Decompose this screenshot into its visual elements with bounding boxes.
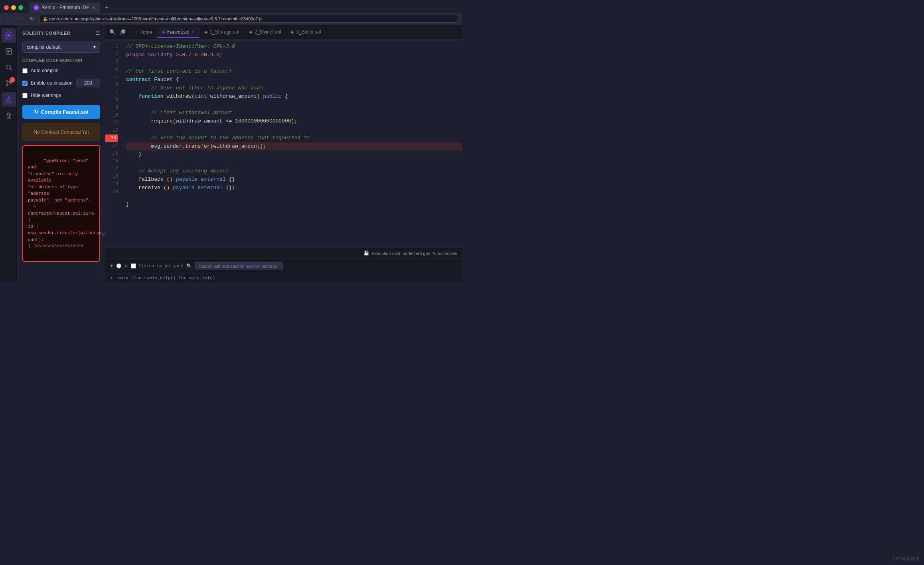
enable-optimization-row: Enable optimization [22, 80, 73, 86]
tab-close-button[interactable]: ✕ [92, 5, 95, 10]
zoom-in-icon[interactable]: 🔎 [118, 28, 126, 36]
svg-point-12 [8, 100, 9, 101]
auto-compile-label: Auto compile [31, 68, 58, 73]
terminal-toggle-icon[interactable]: ▼ [110, 263, 113, 269]
code-line-9: // Limit withdrawal amount [126, 109, 462, 117]
icon-sidebar: 1 [0, 25, 18, 282]
compile-icon: ↻ [34, 109, 38, 115]
sidebar-item-git[interactable]: 1 [2, 76, 16, 91]
code-line-12: // Send the amount to the address that r… [126, 134, 462, 142]
sidebar-item-file-explorer[interactable] [2, 44, 16, 59]
code-line-15 [126, 159, 462, 167]
active-browser-tab[interactable]: R Remix - Ethereum IDE ✕ [29, 2, 100, 13]
compile-btn-label: Compile Faucet.sol [41, 109, 88, 115]
ln-4: 4 [105, 66, 118, 73]
optimization-runs-input[interactable] [76, 79, 100, 87]
browser-chrome: R Remix - Ethereum IDE ✕ + ← → ↻ 🔒 remix… [0, 0, 462, 25]
ln-11: 11 [105, 119, 118, 127]
config-section-label: COMPILER CONFIGURATION [22, 58, 100, 63]
sidebar-item-search[interactable] [2, 60, 16, 75]
code-line-1: // SPDX-License-Identifier: GPL-3.0 [126, 43, 462, 51]
tab-home[interactable]: ⌂ Home [130, 27, 157, 38]
auto-compile-row: Auto compile [22, 68, 100, 73]
hide-warnings-label: Hide warnings [31, 93, 61, 98]
listen-network-label: listen to network [138, 264, 183, 269]
svg-line-7 [10, 69, 12, 70]
sidebar-item-remix-logo[interactable] [2, 28, 16, 43]
code-editor[interactable]: // SPDX-License-Identifier: GPL-3.0 prag… [123, 40, 462, 247]
back-button[interactable]: ← [4, 15, 13, 23]
address-bar: ← → ↻ 🔒 remix.ethereum.org/#optimize=tru… [0, 13, 462, 25]
editor-tabs: 🔍 🔎 ⌂ Home ◈ Faucet.sol ✕ ◈ 1_Storage.so… [105, 25, 462, 40]
editor-area: 🔍 🔎 ⌂ Home ◈ Faucet.sol ✕ ◈ 1_Storage.so… [105, 25, 462, 282]
enable-optimization-label: Enable optimization [31, 80, 73, 86]
tab-storage-icon: ◈ [204, 29, 208, 35]
code-line-11 [126, 126, 462, 134]
tab-3-ballot[interactable]: ◈ 3_Ballot.sol [286, 27, 326, 38]
code-line-10: require(withdraw_amount <= 1000000000000… [126, 117, 462, 126]
ln-13: 13 [105, 134, 118, 142]
tab-ballot-label: 3_Ballot.sol [296, 29, 321, 35]
address-input[interactable]: 🔒 remix.ethereum.org/#optimize=true&runs… [39, 15, 458, 23]
ln-12: 12 [105, 127, 118, 134]
hide-warnings-checkbox[interactable] [22, 93, 28, 98]
listen-network-checkbox[interactable] [131, 263, 136, 269]
compiler-version-select[interactable]: compiler default ▾ [22, 41, 100, 53]
transaction-search-input[interactable] [195, 262, 283, 270]
code-line-6: // Give out ether to anyone who asks [126, 84, 462, 93]
status-bar: 💾 Execution cost: undefined gas Function… [105, 247, 462, 259]
code-line-20: } [126, 200, 462, 209]
enable-optimization-checkbox[interactable] [22, 81, 28, 86]
terminal-area: ▼ 🕐 0 listen to network 🔍 [105, 259, 462, 273]
sidebar-item-deploy[interactable] [2, 108, 16, 122]
home-label: Home [139, 30, 152, 35]
ln-7: 7 [105, 89, 118, 96]
forward-button[interactable]: → [16, 15, 25, 23]
terminal-clock-icon: 🕐 [116, 263, 122, 269]
traffic-lights [4, 5, 23, 10]
zoom-out-icon[interactable]: 🔍 [109, 28, 116, 36]
line-numbers: 1 2 3 4 5 6 7 8 9 10 11 12 13 14 15 16 1… [105, 40, 123, 247]
panel-menu-icon[interactable]: ☰ [95, 30, 100, 36]
code-line-17: fallback () payable external {} [126, 176, 462, 184]
tab-faucet-label: Faucet.sol [167, 29, 189, 35]
hide-warnings-row: Hide warnings [22, 93, 100, 98]
ln-5: 5 [105, 73, 118, 81]
tab-2-owner[interactable]: ◈ 2_Owner.sol [244, 27, 286, 38]
ln-15: 15 [105, 150, 118, 158]
tab-1-storage[interactable]: ◈ 1_Storage.sol [199, 27, 244, 38]
code-line-4: // Our first contract is a faucet! [126, 67, 462, 76]
maximize-window-button[interactable] [18, 5, 23, 10]
ln-14: 14 [105, 142, 118, 150]
panel-header: SOLIDITY COMPILER ☰ [22, 30, 100, 36]
tab-faucet-sol[interactable]: ◈ Faucet.sol ✕ [157, 27, 199, 38]
execution-cost-icon: 💾 [363, 251, 369, 256]
code-line-14: } [126, 150, 462, 159]
terminal-count: 0 [125, 264, 128, 269]
reload-button[interactable]: ↻ [28, 15, 36, 23]
log-item: • remix (run remix.help() for more info) [110, 275, 457, 281]
address-url: remix.ethereum.org/#optimize=true&runs=2… [49, 16, 263, 21]
auto-compile-checkbox[interactable] [22, 68, 28, 73]
ln-18: 18 [105, 173, 118, 180]
terminal-search-icon[interactable]: 🔍 [186, 263, 192, 269]
execution-cost-label: Execution cost: undefined gas [371, 251, 430, 256]
tab-title: Remix - Ethereum IDE [41, 5, 89, 10]
code-line-2: pragma solidity >=0.7.0 <0.9.0; [126, 51, 462, 59]
ln-1: 1 [105, 43, 118, 50]
close-window-button[interactable] [4, 5, 9, 10]
tab-favicon: R [34, 5, 39, 10]
compile-button[interactable]: ↻ Compile Faucet.sol [22, 105, 100, 119]
log-dot: • [110, 276, 113, 281]
panel-title: SOLIDITY COMPILER [22, 31, 70, 36]
new-tab-button[interactable]: + [102, 3, 112, 12]
tab-faucet-close[interactable]: ✕ [192, 30, 195, 34]
error-text: TypeError: "send" and "transfer" are onl… [28, 158, 105, 249]
ln-20: 20 [105, 188, 118, 196]
ln-2: 2 [105, 50, 118, 58]
sidebar-item-compiler[interactable] [2, 92, 16, 107]
minimize-window-button[interactable] [11, 5, 16, 10]
terminal-left: ▼ 🕐 0 listen to network 🔍 [110, 262, 283, 270]
code-line-19 [126, 192, 462, 200]
code-line-7: function withdraw(uint withdraw_amount) … [126, 93, 462, 101]
